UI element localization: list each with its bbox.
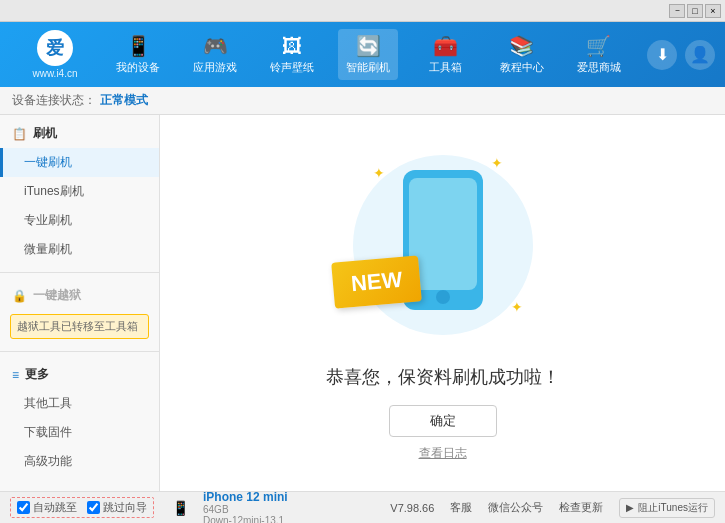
sidebar-more-title: ≡ 更多 [0, 360, 159, 389]
sidebar-jailbreak-title: 🔒 一键越狱 [0, 281, 159, 310]
itunes-status[interactable]: ▶ 阻止iTunes运行 [619, 498, 715, 518]
my-device-icon: 📱 [126, 34, 151, 58]
my-device-label: 我的设备 [116, 60, 160, 75]
nav-tutorials[interactable]: 📚 教程中心 [492, 29, 552, 80]
sidebar-item-pro-flash[interactable]: 专业刷机 [0, 206, 159, 235]
store-icon: 🛒 [586, 34, 611, 58]
jailbreak-note: 越狱工具已转移至工具箱 [10, 314, 149, 339]
logo-url: www.i4.cn [32, 68, 77, 79]
sidebar-section-more: ≡ 更多 其他工具 下载固件 高级功能 [0, 356, 159, 480]
success-title: 恭喜您，保资料刷机成功啦！ [326, 365, 560, 389]
checkbox-area: 自动跳至 跳过向导 [10, 497, 154, 518]
restore-flash-label: 微量刷机 [24, 242, 72, 256]
jailbreak-section-label: 一键越狱 [33, 287, 81, 304]
sidebar-item-one-click-flash[interactable]: 一键刷机 [0, 148, 159, 177]
title-bar: － □ × [0, 0, 725, 22]
pro-flash-label: 专业刷机 [24, 213, 72, 227]
tutorials-label: 教程中心 [500, 60, 544, 75]
itunes-status-icon: ▶ [626, 502, 634, 513]
advanced-label: 高级功能 [24, 454, 72, 468]
wechat-link[interactable]: 微信公众号 [488, 500, 543, 515]
itunes-flash-label: iTunes刷机 [24, 184, 84, 198]
device-info: iPhone 12 mini 64GB Down-12mini-13.1 [203, 490, 288, 524]
flash-section-label: 刷机 [33, 125, 57, 142]
sidebar-item-restore-flash[interactable]: 微量刷机 [0, 235, 159, 264]
sidebar-item-other-tools[interactable]: 其他工具 [0, 389, 159, 418]
sidebar-section-flash: 📋 刷机 一键刷机 iTunes刷机 专业刷机 微量刷机 [0, 115, 159, 268]
device-storage: 64GB [203, 504, 288, 515]
status-label: 设备连接状态： [12, 92, 96, 109]
logo[interactable]: 爱 www.i4.cn [10, 30, 100, 79]
confirm-button[interactable]: 确定 [389, 405, 497, 437]
status-bar: 设备连接状态： 正常模式 [0, 87, 725, 115]
content-area: NEW ✦ ✦ ✦ 恭喜您，保资料刷机成功啦！ 确定 查看日志 [160, 115, 725, 491]
one-click-flash-label: 一键刷机 [24, 155, 72, 169]
nav-apps-games[interactable]: 🎮 应用游戏 [185, 29, 245, 80]
nav-toolbox[interactable]: 🧰 工具箱 [415, 29, 475, 80]
other-tools-label: 其他工具 [24, 396, 72, 410]
download-button[interactable]: ⬇ [647, 40, 677, 70]
bottom-bar: 自动跳至 跳过向导 📱 iPhone 12 mini 64GB Down-12m… [0, 491, 725, 523]
toolbox-label: 工具箱 [429, 60, 462, 75]
device-section: 📱 iPhone 12 mini 64GB Down-12mini-13.1 [172, 490, 288, 524]
nav-smart-flash[interactable]: 🔄 智能刷机 [338, 29, 398, 80]
device-phone-icon: 📱 [172, 500, 189, 516]
wallpaper-label: 铃声壁纸 [270, 60, 314, 75]
apps-games-icon: 🎮 [203, 34, 228, 58]
skip-wizard-input[interactable] [87, 501, 100, 514]
close-button[interactable]: × [705, 4, 721, 18]
device-name: iPhone 12 mini [203, 490, 288, 504]
customer-service-link[interactable]: 客服 [450, 500, 472, 515]
sidebar: 📋 刷机 一键刷机 iTunes刷机 专业刷机 微量刷机 🔒 一键越狱 越 [0, 115, 160, 491]
auto-jump-input[interactable] [17, 501, 30, 514]
sidebar-section-jailbreak: 🔒 一键越狱 越狱工具已转移至工具箱 [0, 277, 159, 347]
auto-jump-label: 自动跳至 [33, 500, 77, 515]
store-label: 爱思商城 [577, 60, 621, 75]
phone-home-button [436, 290, 450, 304]
check-update-link[interactable]: 检查更新 [559, 500, 603, 515]
skip-wizard-label: 跳过向导 [103, 500, 147, 515]
download-firmware-label: 下载固件 [24, 425, 72, 439]
user-button[interactable]: 👤 [685, 40, 715, 70]
nav-store[interactable]: 🛒 爱思商城 [569, 29, 629, 80]
device-model: Down-12mini-13.1 [203, 515, 288, 524]
sidebar-item-itunes-flash[interactable]: iTunes刷机 [0, 177, 159, 206]
sparkle-2: ✦ [491, 155, 503, 171]
minimize-button[interactable]: － [669, 4, 685, 18]
success-illustration: NEW ✦ ✦ ✦ [343, 145, 543, 345]
sidebar-item-download-firmware[interactable]: 下载固件 [0, 418, 159, 447]
new-badge: NEW [331, 255, 422, 308]
nav-right-buttons: ⬇ 👤 [647, 40, 715, 70]
jailbreak-lock-icon: 🔒 [12, 289, 27, 303]
status-value: 正常模式 [100, 92, 148, 109]
tutorials-icon: 📚 [509, 34, 534, 58]
toolbox-icon: 🧰 [433, 34, 458, 58]
more-section-label: 更多 [25, 366, 49, 383]
history-link[interactable]: 查看日志 [419, 445, 467, 462]
flash-section-icon: 📋 [12, 127, 27, 141]
maximize-button[interactable]: □ [687, 4, 703, 18]
logo-icon: 爱 [37, 30, 73, 66]
smart-flash-label: 智能刷机 [346, 60, 390, 75]
sidebar-flash-title: 📋 刷机 [0, 119, 159, 148]
bottom-right: V7.98.66 客服 微信公众号 检查更新 ▶ 阻止iTunes运行 [390, 498, 715, 518]
nav-items: 📱 我的设备 🎮 应用游戏 🖼 铃声壁纸 🔄 智能刷机 🧰 工具箱 📚 教程中心… [100, 29, 637, 80]
skip-wizard-checkbox[interactable]: 跳过向导 [87, 500, 147, 515]
nav-wallpaper[interactable]: 🖼 铃声壁纸 [262, 30, 322, 80]
sparkle-1: ✦ [373, 165, 385, 181]
nav-my-device[interactable]: 📱 我的设备 [108, 29, 168, 80]
more-section-icon: ≡ [12, 368, 19, 382]
apps-games-label: 应用游戏 [193, 60, 237, 75]
header: 爱 www.i4.cn 📱 我的设备 🎮 应用游戏 🖼 铃声壁纸 🔄 智能刷机 … [0, 22, 725, 87]
main-layout: 📋 刷机 一键刷机 iTunes刷机 专业刷机 微量刷机 🔒 一键越狱 越 [0, 115, 725, 491]
wallpaper-icon: 🖼 [282, 35, 302, 58]
sidebar-item-advanced[interactable]: 高级功能 [0, 447, 159, 476]
itunes-status-label: 阻止iTunes运行 [638, 501, 708, 515]
smart-flash-icon: 🔄 [356, 34, 381, 58]
auto-jump-checkbox[interactable]: 自动跳至 [17, 500, 77, 515]
version-text: V7.98.66 [390, 502, 434, 514]
bottom-left: 自动跳至 跳过向导 📱 iPhone 12 mini 64GB Down-12m… [10, 490, 390, 524]
sparkle-3: ✦ [511, 299, 523, 315]
